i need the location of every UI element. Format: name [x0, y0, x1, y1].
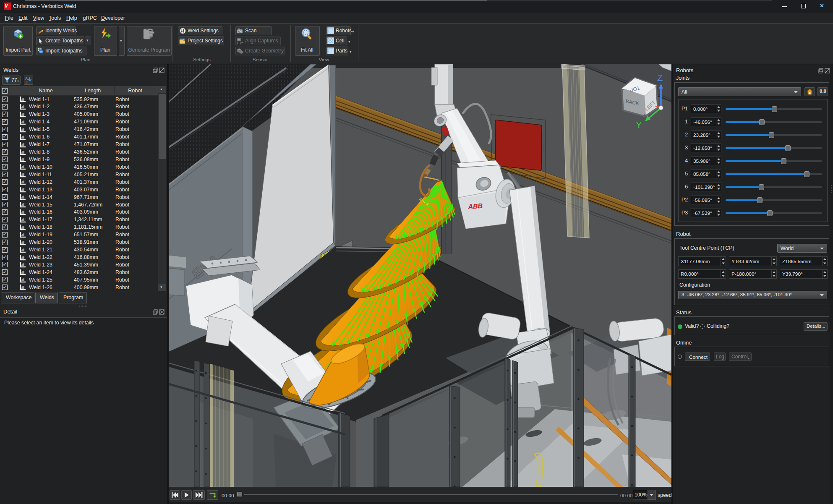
svg-text:Y: Y — [636, 120, 642, 130]
svg-text:Z: Z — [657, 73, 663, 83]
svg-text:ABB: ABB — [467, 202, 483, 210]
svg-text:Z: Z — [25, 80, 28, 84]
